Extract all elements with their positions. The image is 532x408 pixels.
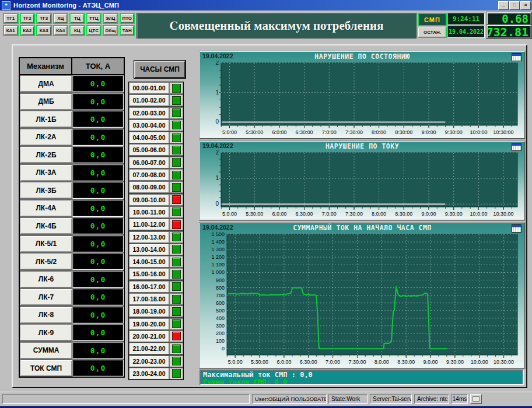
hour-indicator-cell	[169, 356, 183, 367]
value-display-top: 0.68	[487, 12, 531, 25]
mechanism-label[interactable]: ЛК-1Б	[20, 111, 72, 128]
hour-range-label[interactable]: 02.00-03.00	[129, 107, 169, 119]
svg-text:5:30:00: 5:30:00	[246, 211, 263, 217]
table-row: ДМА0,0	[20, 75, 124, 92]
toolbar-button-элц[interactable]: ЭлЦ	[104, 14, 117, 23]
hour-indicator-cell	[169, 219, 183, 230]
toolbar-button-ка3[interactable]: КА3	[37, 26, 51, 35]
status-indicator-ok	[172, 307, 181, 316]
hour-range-label[interactable]: 23.00-24.00	[129, 368, 169, 379]
hour-range-label[interactable]: 22.00-23.00	[129, 356, 169, 367]
list-item: 21.00-22.00	[129, 343, 183, 354]
hour-indicator-cell	[169, 281, 183, 293]
mechanism-label[interactable]: ЛК-5/2	[20, 253, 72, 270]
window-titlebar: + Horizont Monitoring - АТЭЦ_СМП _ □ ×	[0, 0, 532, 10]
hour-range-label[interactable]: 15.00-16.00	[129, 268, 169, 280]
svg-text:1 000: 1 000	[211, 269, 225, 275]
stop-button[interactable]: ОСТАН.	[418, 27, 446, 37]
status-indicator-alarm	[172, 332, 181, 340]
toolbar-button-пто[interactable]: ПТО	[121, 14, 134, 23]
chart-state-violation: 19.04.2022 НАРУШЕНИЕ ПО СОСТОЯНИЮ 0125:0…	[200, 51, 525, 139]
hour-range-label[interactable]: 17.00-18.00	[129, 293, 169, 305]
hour-range-label[interactable]: 00.00-01.00	[129, 82, 169, 94]
hour-range-label[interactable]: 18.00-19.00	[129, 305, 169, 317]
mechanism-label[interactable]: ЛК-6	[20, 271, 72, 288]
status-indicator-ok	[172, 258, 181, 266]
mechanism-label[interactable]: ЛК-2А	[20, 129, 72, 146]
hour-range-label[interactable]: 06.00-07.00	[129, 157, 169, 168]
toolbar-button-тг1[interactable]: ТГ1	[4, 14, 18, 23]
hour-range-label[interactable]: 16.00-17.00	[129, 281, 169, 293]
hour-range-label[interactable]: 09.00-10.00	[129, 194, 169, 206]
toolbar-button-хц[interactable]: ХЦ	[54, 14, 68, 23]
toolbar-button-тг3[interactable]: ТГ3	[37, 14, 51, 23]
hour-range-label[interactable]: 08.00-09.00	[129, 181, 169, 193]
svg-text:1 400: 1 400	[211, 239, 225, 245]
mechanism-current-value: 0,0	[72, 235, 124, 252]
list-item: 19.00-20.00	[129, 318, 183, 330]
hour-range-label[interactable]: 07.00-08.00	[129, 169, 169, 181]
hour-range-label[interactable]: 01.00-02.00	[129, 94, 169, 106]
hour-range-label[interactable]: 13.00-14.00	[129, 244, 169, 255]
smp-button[interactable]: СМП	[418, 13, 447, 26]
hour-range-label[interactable]: 12.00-13.00	[129, 231, 169, 243]
hour-range-label[interactable]: 10.00-11.00	[129, 206, 169, 218]
status-indicator-ok	[172, 183, 181, 192]
list-item: 08.00-09.00	[129, 181, 183, 193]
mechanism-label[interactable]: ЛК-4Б	[20, 217, 72, 234]
hour-range-label[interactable]: 03.00-04.00	[129, 119, 169, 131]
mechanism-label[interactable]: ДМБ	[20, 93, 72, 110]
table-row: ЛК-1Б0,0	[20, 111, 124, 128]
toolbar-button-ка4[interactable]: КА4	[54, 26, 68, 35]
table-row: ЛК-5/20,0	[20, 253, 124, 270]
toolbar-button-цтс[interactable]: ЦТС	[88, 26, 101, 35]
mechanism-label[interactable]: ЛК-2Б	[20, 146, 72, 163]
svg-text:7:0:00: 7:0:00	[322, 211, 337, 217]
svg-text:5:30:00: 5:30:00	[246, 129, 263, 135]
mechanism-label[interactable]: ЛК-4А	[20, 200, 72, 217]
toolbar-button-тан[interactable]: ТАН	[121, 26, 134, 35]
table-row: ЛК-2А0,0	[20, 129, 124, 146]
close-icon[interactable]: ×	[520, 1, 531, 10]
hour-range-label[interactable]: 20.00-21.00	[129, 330, 169, 342]
svg-text:800: 800	[216, 285, 225, 291]
mechanism-label[interactable]: ЛК-5/1	[20, 235, 72, 252]
calendar-icon[interactable]	[512, 143, 522, 151]
mechanism-label[interactable]: ДМА	[20, 75, 72, 92]
hour-range-label[interactable]: 11.00-12.00	[129, 219, 169, 230]
calendar-icon[interactable]	[512, 53, 522, 61]
maximize-icon[interactable]: □	[509, 1, 520, 10]
svg-text:5:0:00: 5:0:00	[222, 211, 237, 217]
mechanism-label[interactable]: ЛК-8	[20, 307, 72, 323]
hour-range-label[interactable]: 19.00-20.00	[129, 318, 169, 330]
calendar-icon[interactable]	[512, 224, 522, 233]
mechanism-label[interactable]: ЛК-3А	[20, 164, 72, 181]
mechanisms-table: Механизм ТОК, А ДМА0,0ДМБ0,0ЛК-1Б0,0ЛК-2…	[19, 57, 125, 378]
hour-range-label[interactable]: 21.00-22.00	[129, 343, 169, 354]
minimize-icon[interactable]: _	[498, 1, 509, 10]
mechanism-label[interactable]: ЛК-9	[20, 324, 72, 341]
hour-indicator-cell	[169, 231, 183, 243]
toolbar-button-кц[interactable]: КЦ	[71, 26, 84, 35]
mechanism-label[interactable]: СУММА	[20, 342, 72, 359]
toolbar-button-тц[interactable]: ТЦ	[71, 14, 84, 23]
hour-range-label[interactable]: 14.00-15.00	[129, 256, 169, 268]
status-indicator-ok	[172, 369, 181, 378]
toolbar-button-общ[interactable]: Общ	[104, 26, 117, 35]
toolbar-button-ка1[interactable]: КА1	[4, 26, 18, 35]
list-item: 10.00-11.00	[129, 206, 183, 218]
status-indicator-ok	[172, 344, 181, 353]
toolbar-button-ттц[interactable]: ТТЦ	[88, 14, 101, 23]
hour-range-label[interactable]: 05.00-06.00	[129, 144, 169, 156]
status-menu-button[interactable]	[470, 394, 482, 404]
mechanism-current-value: 0,0	[72, 146, 124, 163]
mechanism-current-value: 0,0	[72, 360, 124, 377]
toolbar-button-тг2[interactable]: ТГ2	[21, 14, 34, 23]
svg-text:300: 300	[216, 323, 225, 329]
mechanism-label[interactable]: ЛК-7	[20, 289, 72, 305]
mechanism-label[interactable]: ТОК СМП	[20, 360, 72, 377]
hour-range-label[interactable]: 04.00-05.00	[129, 132, 169, 143]
toolbar-button-ка2[interactable]: КА2	[21, 26, 34, 35]
mechanism-label[interactable]: ЛК-3Б	[20, 182, 72, 199]
table-row: ЛК-60,0	[20, 271, 124, 288]
